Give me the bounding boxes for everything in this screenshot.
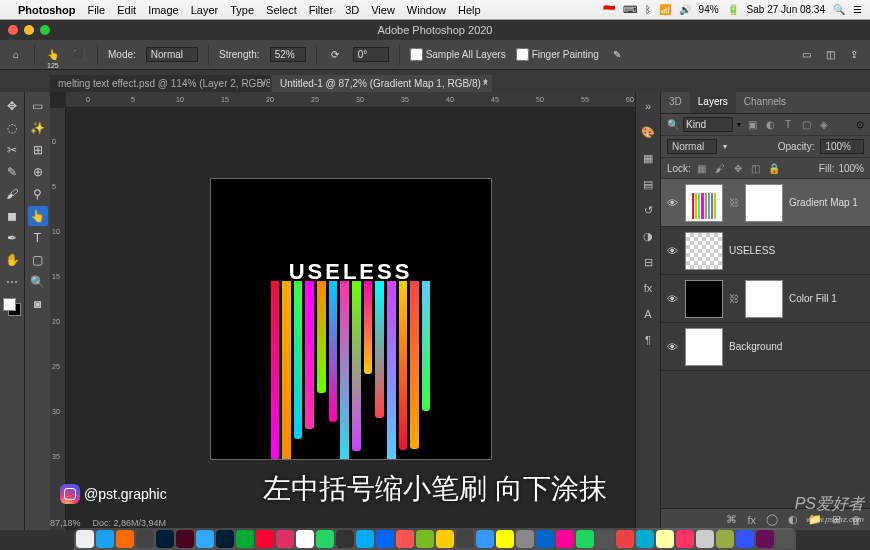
zoom-tool[interactable]: 🔍 [28,272,48,292]
dock-app[interactable] [596,530,614,548]
eyedropper-tool[interactable]: ✎ [2,162,22,182]
fx-icon[interactable]: fx [747,514,756,526]
dock-app[interactable] [176,530,194,548]
document-canvas[interactable]: USELESS [211,179,491,459]
quickmask[interactable]: ◙ [28,294,48,314]
filter-image-icon[interactable]: ▣ [745,118,759,132]
dock-app[interactable] [556,530,574,548]
close-tab-icon[interactable]: × [483,78,488,88]
doc-tab-1[interactable]: melting text effect.psd @ 114% (Layer 2,… [50,75,270,92]
tab-layers[interactable]: Layers [690,92,736,113]
dock-app[interactable] [276,530,294,548]
dock-app[interactable] [436,530,454,548]
swatches-panel-icon[interactable]: ▦ [640,150,656,166]
dock-app[interactable] [96,530,114,548]
move-tool[interactable]: ✥ [2,96,22,116]
color-swatch[interactable] [3,298,21,316]
notification-icon[interactable]: ☰ [853,4,862,15]
mask-icon[interactable]: ◯ [766,513,778,526]
dock-app[interactable] [496,530,514,548]
strength-input[interactable]: 52% [270,47,306,62]
tab-3d[interactable]: 3D [661,92,690,113]
marquee-tool[interactable]: ▭ [28,96,48,116]
menu-edit[interactable]: Edit [117,4,136,16]
home-icon[interactable]: ⌂ [8,47,24,63]
dock-app[interactable] [296,530,314,548]
dock-app[interactable] [476,530,494,548]
lasso-tool[interactable]: ◌ [2,118,22,138]
lock-trans-icon[interactable]: ▦ [695,161,709,175]
layer-row[interactable]: 👁⛓Color Fill 1 [661,275,870,323]
para-panel-icon[interactable]: ¶ [640,332,656,348]
menu-3d[interactable]: 3D [345,4,359,16]
dock-app[interactable] [356,530,374,548]
menu-view[interactable]: View [371,4,395,16]
visibility-icon[interactable]: 👁 [665,197,679,209]
menu-window[interactable]: Window [407,4,446,16]
dock-app[interactable] [716,530,734,548]
dock-app[interactable] [316,530,334,548]
dock-app[interactable] [236,530,254,548]
dock-app[interactable] [376,530,394,548]
visibility-icon[interactable]: 👁 [665,341,679,353]
panel-expand-icon[interactable]: » [640,98,656,114]
layer-name[interactable]: Gradient Map 1 [789,197,866,208]
lock-all-icon[interactable]: 🔒 [767,161,781,175]
fill-input[interactable]: 100% [838,163,864,174]
dock-app[interactable] [416,530,434,548]
menu-image[interactable]: Image [148,4,179,16]
layer-name[interactable]: Color Fill 1 [789,293,866,304]
dock-app[interactable] [516,530,534,548]
edit-toolbar[interactable]: ⋯ [2,272,22,292]
dock-app[interactable] [736,530,754,548]
menu-type[interactable]: Type [230,4,254,16]
smudge-tool-preset[interactable]: 👆125 [45,47,61,63]
layer-row[interactable]: 👁USELESS [661,227,870,275]
brush-preset-icon[interactable]: ⬛ [71,47,87,63]
crop-tool[interactable]: ✂ [2,140,22,160]
dock-app[interactable] [136,530,154,548]
shape-tool[interactable]: ▢ [28,250,48,270]
finger-painting-check[interactable]: Finger Painting [516,48,599,61]
lock-artboard-icon[interactable]: ◫ [749,161,763,175]
close-button[interactable] [8,25,18,35]
dock-app[interactable] [756,530,774,548]
dock-app[interactable] [696,530,714,548]
dock-app[interactable] [156,530,174,548]
layer-name[interactable]: Background [729,341,866,352]
layer-name[interactable]: USELESS [729,245,866,256]
healing-tool[interactable]: ⊕ [28,162,48,182]
gradient-tool[interactable]: ◼ [2,206,22,226]
styles-panel-icon[interactable]: fx [640,280,656,296]
app-name[interactable]: Photoshop [18,4,75,16]
properties-panel-icon[interactable]: ⊟ [640,254,656,270]
filter-shape-icon[interactable]: ▢ [799,118,813,132]
ws2-icon[interactable]: ◫ [822,47,838,63]
visibility-icon[interactable]: 👁 [665,293,679,305]
workspace-icon[interactable]: ▭ [798,47,814,63]
dock-app[interactable] [576,530,594,548]
type-tool[interactable]: T [28,228,48,248]
filter-smart-icon[interactable]: ◈ [817,118,831,132]
gradient-panel-icon[interactable]: ▤ [640,176,656,192]
close-tab-icon[interactable]: × [261,78,266,88]
layer-row[interactable]: 👁⛓Gradient Map 1 [661,179,870,227]
lock-image-icon[interactable]: 🖌 [713,161,727,175]
layer-row[interactable]: 👁Background [661,323,870,371]
pen-tool[interactable]: ✒ [2,228,22,248]
char-panel-icon[interactable]: A [640,306,656,322]
minimize-button[interactable] [24,25,34,35]
color-panel-icon[interactable]: 🎨 [640,124,656,140]
hand-tool[interactable]: ✋ [2,250,22,270]
maximize-button[interactable] [40,25,50,35]
filter-type-icon[interactable]: T [781,118,795,132]
history-panel-icon[interactable]: ↺ [640,202,656,218]
canvas-viewport[interactable]: 05101520253035404550556065707580 0510152… [50,92,635,530]
dock-app[interactable] [656,530,674,548]
smudge-tool[interactable]: 👆 [28,206,48,226]
clone-tool[interactable]: ⚲ [28,184,48,204]
share-icon[interactable]: ⇪ [846,47,862,63]
menu-select[interactable]: Select [266,4,297,16]
dock-app[interactable] [196,530,214,548]
wand-tool[interactable]: ✨ [28,118,48,138]
